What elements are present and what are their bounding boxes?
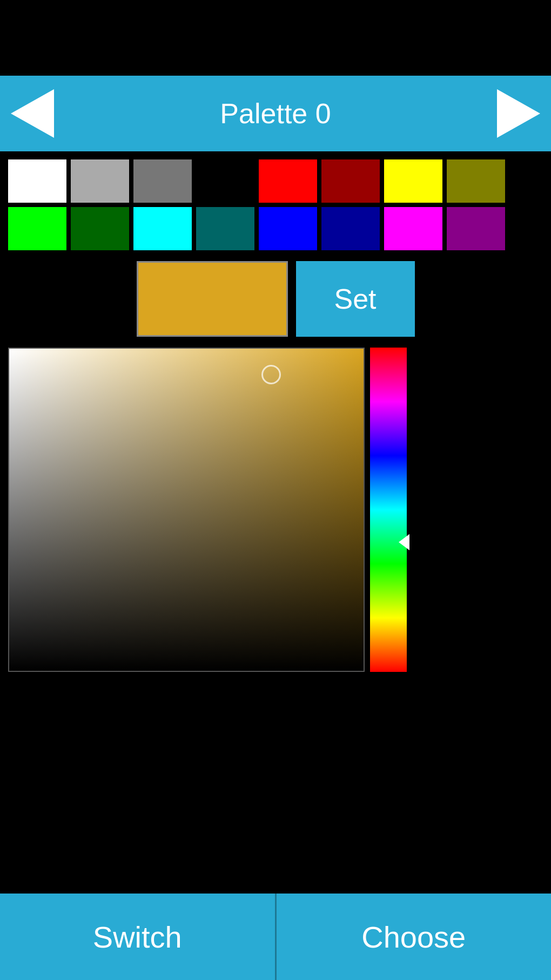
arrow-right-icon [497, 89, 540, 138]
picker-area [0, 342, 551, 677]
swatch-light-gray[interactable] [71, 159, 129, 203]
palette-title: Palette 0 [220, 97, 331, 130]
swatch-black-gap[interactable] [196, 159, 254, 203]
controls-area: Set [0, 256, 551, 342]
next-button[interactable] [492, 86, 546, 141]
gradient-bg [9, 349, 364, 671]
header-bar: Palette 0 [0, 76, 551, 151]
swatch-dark-green[interactable] [71, 207, 129, 250]
swatch-row-2 [8, 207, 543, 250]
swatch-yellow[interactable] [384, 159, 442, 203]
bottom-bar: Switch Choose [0, 894, 551, 980]
swatch-white[interactable] [8, 159, 66, 203]
swatch-red[interactable] [259, 159, 317, 203]
swatch-row-1 [8, 159, 543, 203]
set-button[interactable]: Set [296, 261, 415, 337]
swatch-dark-blue[interactable] [321, 207, 380, 250]
color-gradient[interactable] [8, 348, 365, 672]
swatch-magenta[interactable] [384, 207, 442, 250]
swatch-dark-magenta[interactable] [447, 207, 505, 250]
top-spacer [0, 0, 551, 76]
swatch-dark-red[interactable] [321, 159, 380, 203]
swatch-blue[interactable] [259, 207, 317, 250]
switch-button[interactable]: Switch [0, 894, 275, 980]
swatch-lime[interactable] [8, 207, 66, 250]
swatches-area [0, 151, 551, 256]
swatch-olive[interactable] [447, 159, 505, 203]
prev-button[interactable] [5, 86, 59, 141]
hue-slider[interactable] [370, 348, 407, 672]
arrow-left-icon [11, 89, 54, 138]
hue-handle [399, 534, 409, 550]
swatch-dark-teal[interactable] [196, 207, 254, 250]
selected-color-preview[interactable] [137, 261, 288, 337]
swatch-dark-gray[interactable] [133, 159, 192, 203]
swatch-cyan[interactable] [133, 207, 192, 250]
choose-button[interactable]: Choose [277, 894, 552, 980]
